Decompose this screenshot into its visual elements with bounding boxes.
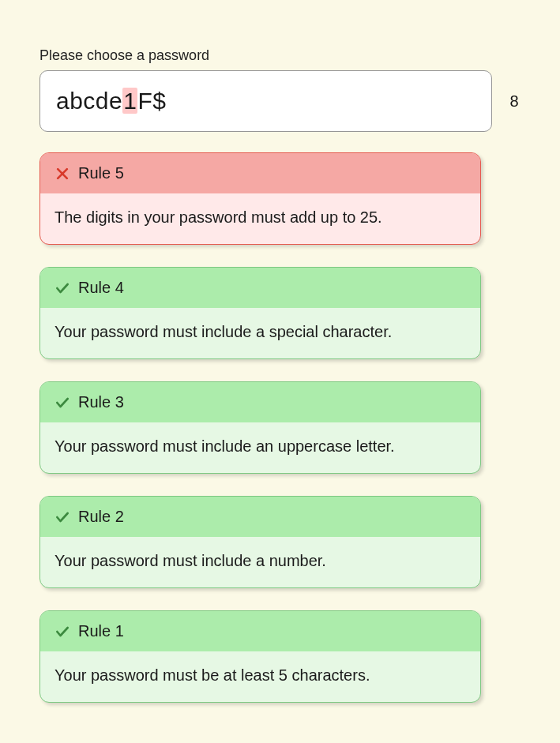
x-icon	[54, 166, 70, 182]
rule-number: Rule 3	[78, 393, 124, 411]
rule-text: Your password must include a special cha…	[40, 308, 480, 358]
check-icon	[54, 395, 70, 411]
rule-text: The digits in your password must add up …	[40, 193, 480, 244]
prompt-label: Please choose a password	[39, 47, 521, 64]
rule-header: Rule 2	[40, 497, 480, 537]
password-highlighted-digit: 1	[122, 88, 137, 114]
rules-list: Rule 5 The digits in your password must …	[39, 152, 521, 703]
rule-card-5: Rule 5 The digits in your password must …	[39, 152, 481, 245]
rule-header: Rule 5	[40, 153, 480, 193]
rule-text: Your password must be at least 5 charact…	[40, 651, 480, 702]
check-icon	[54, 280, 70, 296]
password-pre: abcde	[56, 88, 122, 114]
rule-card-4: Rule 4 Your password must include a spec…	[39, 267, 481, 359]
rule-number: Rule 4	[78, 279, 124, 297]
check-icon	[54, 509, 70, 525]
rule-number: Rule 5	[78, 164, 124, 182]
password-post: F$	[137, 88, 166, 114]
rule-text: Your password must include a number.	[40, 537, 480, 587]
character-count: 8	[508, 92, 521, 111]
rule-card-2: Rule 2 Your password must include a numb…	[39, 496, 481, 588]
password-input[interactable]: abcde1F$	[39, 70, 492, 132]
rule-text: Your password must include an uppercase …	[40, 422, 480, 473]
rule-card-1: Rule 1 Your password must be at least 5 …	[39, 610, 481, 703]
password-input-row: abcde1F$ 8	[39, 70, 521, 132]
rule-number: Rule 1	[78, 622, 124, 640]
rule-number: Rule 2	[78, 508, 124, 526]
rule-header: Rule 1	[40, 611, 480, 651]
rule-header: Rule 4	[40, 268, 480, 308]
rule-header: Rule 3	[40, 382, 480, 422]
rule-card-3: Rule 3 Your password must include an upp…	[39, 381, 481, 474]
password-text: abcde1F$	[56, 88, 166, 114]
check-icon	[54, 624, 70, 640]
